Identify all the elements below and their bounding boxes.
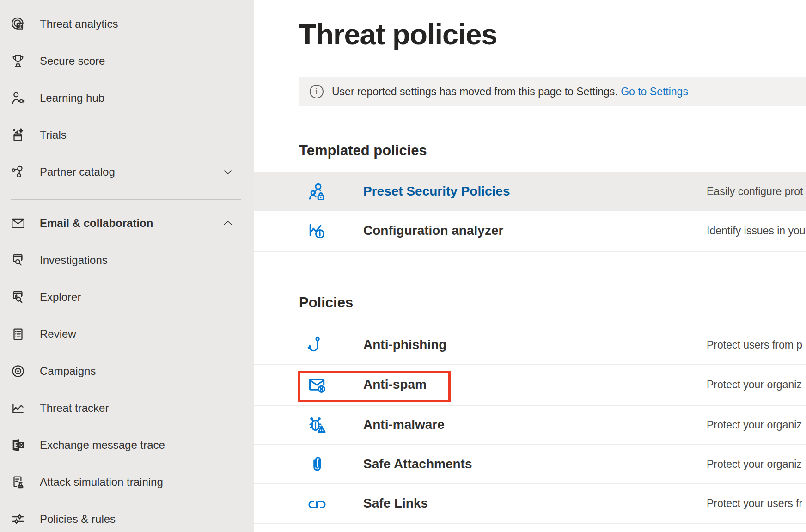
secure-score-icon	[10, 53, 26, 69]
anti-spam-icon	[307, 375, 327, 395]
sidebar-item-label: Email & collaboration	[40, 217, 153, 230]
sidebar-divider	[11, 199, 241, 200]
sidebar-item-label: Threat analytics	[40, 18, 118, 31]
row-description: Protect your users fr	[707, 497, 802, 509]
threat-tracker-icon	[10, 400, 26, 416]
anti-phishing-icon	[307, 335, 327, 355]
preset-security-policies-icon	[307, 182, 327, 202]
exchange-message-trace-icon	[10, 437, 26, 453]
row-safe-links[interactable]: Safe Links Protect your users fr	[254, 484, 806, 524]
go-to-settings-link[interactable]: Go to Settings	[621, 86, 688, 98]
row-description: Easily configure prot	[707, 185, 803, 197]
investigations-icon	[10, 252, 26, 268]
sidebar-item-label: Policies & rules	[40, 513, 116, 526]
row-label[interactable]: Configuration analyzer	[363, 223, 503, 238]
info-icon: i	[310, 85, 324, 98]
sidebar-item-label: Explorer	[40, 291, 81, 304]
sidebar-item-attack-simulation-training[interactable]: Attack simulation training	[0, 464, 254, 501]
learning-hub-icon	[10, 90, 26, 106]
sidebar-item-trials[interactable]: Trials	[0, 116, 254, 153]
configuration-analyzer-icon	[307, 221, 327, 241]
sidebar-item-review[interactable]: Review	[0, 316, 254, 353]
sidebar-item-label: Attack simulation training	[40, 476, 163, 489]
review-icon	[10, 326, 26, 342]
sidebar-item-label: Threat tracker	[40, 402, 109, 415]
attack-simulation-icon	[10, 474, 26, 490]
sidebar-item-threat-analytics[interactable]: Threat analytics	[0, 6, 254, 43]
info-banner: i User reported settings has moved from …	[299, 77, 806, 106]
sidebar-item-label: Learning hub	[40, 92, 104, 104]
policies-rules-icon	[10, 511, 26, 527]
row-preset-security-policies[interactable]: Preset Security Policies Easily configur…	[254, 172, 806, 211]
row-label[interactable]: Preset Security Policies	[363, 183, 510, 198]
row-label[interactable]: Anti-phishing	[363, 337, 446, 352]
sidebar-item-policies-rules[interactable]: Policies & rules	[0, 501, 254, 532]
partner-catalog-icon	[10, 164, 26, 180]
row-configuration-analyzer[interactable]: Configuration analyzer Identify issues i…	[254, 211, 806, 252]
sidebar-item-investigations[interactable]: Investigations	[0, 242, 254, 279]
sidebar-item-label: Review	[40, 328, 76, 341]
sidebar-item-exchange-message-trace[interactable]: Exchange message trace	[0, 427, 254, 464]
safe-attachments-icon	[307, 454, 327, 475]
sidebar-item-secure-score[interactable]: Secure score	[0, 43, 254, 79]
row-label[interactable]: Safe Attachments	[363, 456, 472, 471]
sidebar-item-threat-tracker[interactable]: Threat tracker	[0, 390, 254, 427]
row-label[interactable]: Anti-spam	[363, 377, 427, 392]
campaigns-icon	[10, 363, 26, 379]
row-safe-attachments[interactable]: Safe Attachments Protect your organiz	[254, 445, 806, 484]
row-description: Identify issues in you	[707, 225, 806, 237]
threat-analytics-icon	[10, 16, 26, 32]
row-anti-spam[interactable]: Anti-spam Protect your organiz	[254, 365, 806, 406]
chevron-up-icon[interactable]	[221, 217, 235, 229]
sidebar-item-label: Trials	[40, 128, 67, 141]
row-label[interactable]: Safe Links	[363, 495, 428, 510]
safe-links-icon	[307, 494, 327, 514]
sidebar-item-explorer[interactable]: Explorer	[0, 279, 254, 316]
explorer-icon	[10, 289, 26, 305]
main-content: Threat policies i User reported settings…	[254, 0, 806, 532]
sidebar-item-label: Investigations	[40, 254, 108, 267]
chevron-down-icon[interactable]	[221, 166, 235, 178]
sidebar-item-email-collaboration[interactable]: Email & collaboration	[0, 205, 254, 242]
sidebar-item-label: Secure score	[40, 55, 105, 67]
page-title: Threat policies	[299, 18, 497, 51]
sidebar-item-label: Partner catalog	[40, 165, 115, 178]
email-collaboration-icon	[10, 215, 26, 231]
row-description: Protect your organiz	[707, 458, 802, 470]
trials-icon	[10, 127, 26, 143]
row-description: Protect users from p	[707, 338, 802, 351]
sidebar-item-label: Campaigns	[40, 365, 96, 378]
row-description: Protect your organiz	[707, 418, 802, 431]
sidebar-item-learning-hub[interactable]: Learning hub	[0, 79, 254, 116]
section-heading-policies: Policies	[299, 294, 353, 311]
sidebar: Threat analytics Secure score Learning h…	[0, 0, 254, 532]
sidebar-item-partner-catalog[interactable]: Partner catalog	[0, 153, 254, 190]
banner-text: User reported settings has moved from th…	[332, 86, 688, 98]
row-anti-phishing[interactable]: Anti-phishing Protect users from p	[254, 326, 806, 365]
row-label[interactable]: Anti-malware	[363, 417, 445, 432]
sidebar-item-campaigns[interactable]: Campaigns	[0, 353, 254, 390]
section-heading-templated-policies: Templated policies	[299, 142, 427, 159]
sidebar-item-label: Exchange message trace	[40, 439, 165, 452]
row-anti-malware[interactable]: Anti-malware Protect your organiz	[254, 406, 806, 445]
anti-malware-icon	[307, 415, 327, 435]
row-description: Protect your organiz	[707, 379, 802, 391]
